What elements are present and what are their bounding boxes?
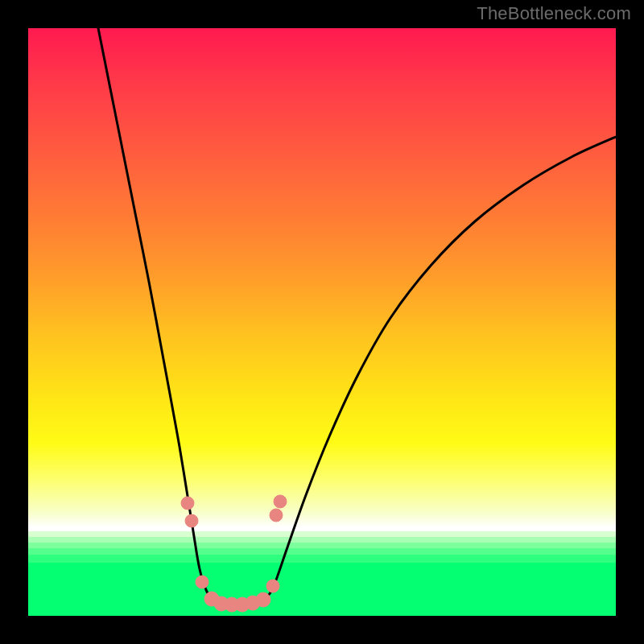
data-marker [196,576,208,588]
watermark-text: TheBottleneck.com [477,3,631,24]
data-marker [185,514,198,527]
data-marker [256,592,270,607]
data-marker [274,495,287,508]
plot-area [28,28,616,616]
data-marker [270,509,283,522]
outer-frame: TheBottleneck.com [0,0,644,644]
curve-overlay [28,28,616,616]
data-marker [266,580,279,592]
curve-left-curve [98,28,225,605]
data-marker [181,497,194,510]
curve-right-curve [264,137,616,601]
